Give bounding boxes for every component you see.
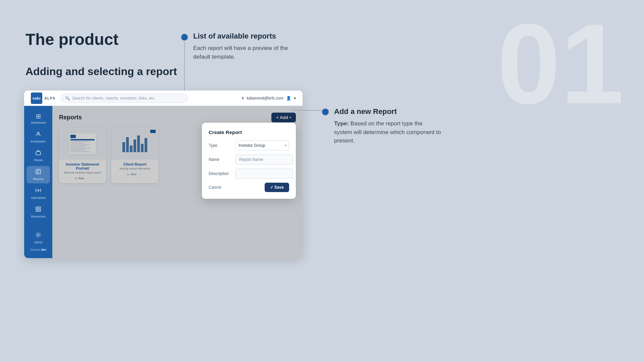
form-row-type: Type Investor Group Client Report Custom… xyxy=(209,140,289,150)
sidebar-label-employees: Employees xyxy=(31,140,46,143)
annotation-right: Add a new Report Type: Based on the repo… xyxy=(322,107,441,145)
name-input[interactable] xyxy=(235,155,293,165)
user-menu-arrow: ▾ xyxy=(294,96,296,101)
logo-box: ss&c xyxy=(31,93,42,104)
operations-icon xyxy=(35,187,41,195)
search-placeholder-text: Search for clients, reports, investors, … xyxy=(72,96,155,101)
sidebar-label-reports: Reports xyxy=(33,177,44,181)
modal-overlay: Create Report Type Investor Group Client… xyxy=(52,106,303,258)
user-avatar-icon: 👤 xyxy=(286,96,291,101)
search-icon: 🔍 xyxy=(65,96,70,101)
annotation-dot-top xyxy=(181,34,188,41)
background-number: 01 xyxy=(497,7,624,121)
sidebar-item-employees[interactable]: Employees xyxy=(26,128,50,146)
svg-point-8 xyxy=(38,234,39,236)
svg-point-3 xyxy=(38,190,39,191)
type-field-label: Type xyxy=(209,143,232,148)
name-field-label: Name xyxy=(209,157,232,162)
annotation-top: List of available reports Each report wi… xyxy=(181,32,301,61)
annotation-top-text: List of available reports Each report wi… xyxy=(193,32,301,61)
annotation-right-desc-text: Based on the report type the system will… xyxy=(334,120,441,144)
sidebar-item-reports[interactable]: Reports xyxy=(26,166,50,183)
description-field-label: Description xyxy=(209,171,232,176)
svg-rect-1 xyxy=(36,152,41,155)
sidebar-item-clients[interactable]: Clients xyxy=(26,147,50,165)
sidebar-label-dashboard: Dashboard xyxy=(31,121,46,124)
cancel-button[interactable]: Cancel xyxy=(209,185,221,190)
version-label: Version dev xyxy=(30,248,46,254)
admin-icon xyxy=(35,232,41,240)
sidebar-item-admin[interactable]: Admin xyxy=(26,229,50,247)
sidebar-label-admin: Admin xyxy=(34,241,43,244)
svg-rect-6 xyxy=(36,210,38,212)
sidebar-item-resources[interactable]: Resources xyxy=(26,203,50,221)
annotation-right-title: Add a new Report xyxy=(334,107,441,116)
modal-title: Create Report xyxy=(209,129,289,135)
form-row-description: Description xyxy=(209,169,289,179)
sidebar-label-clients: Clients xyxy=(34,159,43,162)
logo-area: ss&c ALPS xyxy=(31,93,55,104)
annotation-right-desc: Type: Based on the report type the syste… xyxy=(334,119,441,145)
search-bar[interactable]: 🔍 Search for clients, reports, investors… xyxy=(61,94,188,103)
type-label-bold: Type: xyxy=(334,120,349,127)
form-row-name: Name xyxy=(209,155,289,165)
alps-label: ALPS xyxy=(44,96,55,100)
resources-icon xyxy=(35,206,41,214)
employees-icon xyxy=(35,131,41,139)
top-bar: ss&c ALPS 🔍 Search for clients, reports,… xyxy=(24,90,303,106)
svg-rect-4 xyxy=(36,207,38,208)
svg-rect-5 xyxy=(39,207,41,208)
dashboard-icon: ⊞ xyxy=(36,113,41,120)
app-window: ss&c ALPS 🔍 Search for clients, reports,… xyxy=(24,90,303,258)
user-dropdown-indicator: ▾ xyxy=(242,96,244,101)
sidebar: ⊞ Dashboard Employees Clients Reports xyxy=(24,106,52,258)
topbar-right: ▾ kdiamond@krfs.com 👤 ▾ xyxy=(242,96,296,101)
left-content: The product Adding and selecting a repor… xyxy=(25,30,177,91)
type-select-wrapper[interactable]: Investor Group Client Report Custom ▾ xyxy=(235,140,289,150)
annotation-top-title: List of available reports xyxy=(193,32,301,41)
page-title: The product xyxy=(25,30,177,49)
annotation-dot-right xyxy=(322,109,329,115)
annotation-right-text: Add a new Report Type: Based on the repo… xyxy=(334,107,441,145)
annotation-top-desc: Each report will have a preview of the d… xyxy=(193,44,301,61)
description-input[interactable] xyxy=(235,169,293,179)
type-select[interactable]: Investor Group Client Report Custom xyxy=(235,140,289,150)
create-report-modal: Create Report Type Investor Group Client… xyxy=(202,123,296,199)
sidebar-item-operations[interactable]: Operations xyxy=(26,185,50,202)
content-area: Reports + Add ▾ xyxy=(52,106,303,258)
svg-rect-7 xyxy=(39,210,41,212)
save-button[interactable]: ✓ Save xyxy=(265,183,289,192)
user-email[interactable]: kdiamond@krfs.com xyxy=(247,96,283,101)
svg-point-0 xyxy=(37,132,39,134)
modal-footer: Cancel ✓ Save xyxy=(209,183,289,192)
section-subtitle: Adding and selecting a report xyxy=(25,65,177,78)
reports-icon xyxy=(35,169,41,176)
sidebar-label-resources: Resources xyxy=(31,215,45,218)
main-layout: ⊞ Dashboard Employees Clients Reports xyxy=(24,106,303,258)
sidebar-label-operations: Operations xyxy=(31,196,46,199)
sidebar-item-dashboard[interactable]: ⊞ Dashboard xyxy=(26,110,50,127)
clients-icon xyxy=(35,150,41,158)
